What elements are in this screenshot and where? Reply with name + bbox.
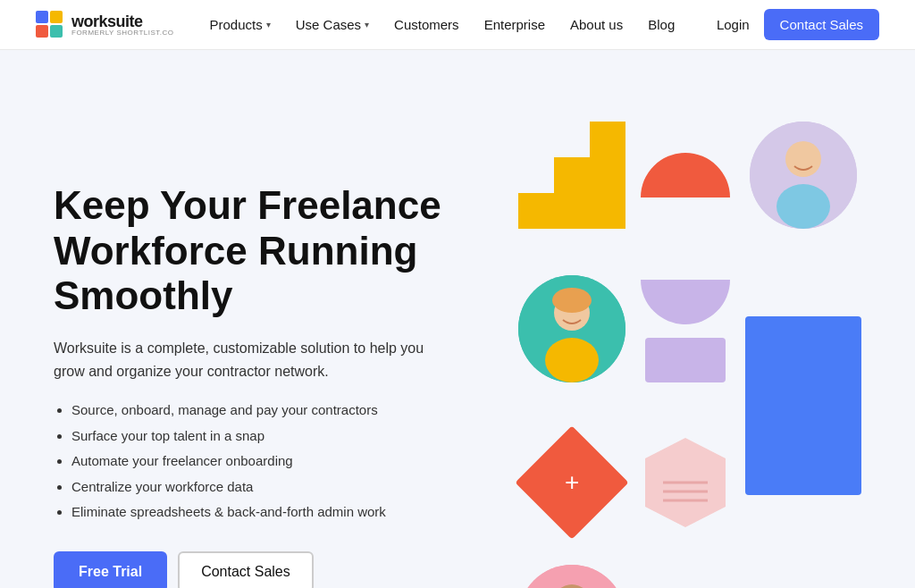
shape-cell-avatar-boy: [518, 565, 625, 588]
login-button[interactable]: Login: [717, 17, 750, 32]
svg-point-12: [552, 288, 592, 313]
hero-description: Worksuite is a complete, customizable so…: [54, 337, 429, 382]
chevron-down-icon: ▾: [365, 20, 369, 29]
avatar-boy: [518, 565, 625, 588]
shape-cell-stair: [518, 122, 625, 229]
nav-item-blog[interactable]: Blog: [648, 17, 675, 32]
avatar-woman-svg: [518, 275, 625, 382]
contact-sales-nav-button[interactable]: Contact Sales: [764, 9, 879, 40]
shape-cell-avatar-man: [745, 122, 861, 229]
list-item: Automate your freelancer onboarding: [71, 451, 483, 472]
plus-icon: +: [565, 470, 579, 495]
shape-cell-hexagon: [636, 433, 735, 532]
hero-title: Keep Your Freelance Workforce Running Sm…: [54, 183, 483, 319]
shape-cell-semicircle-top: [636, 148, 735, 202]
nav-item-enterprise[interactable]: Enterprise: [484, 17, 545, 32]
list-item: Eliminate spreadsheets & back-and-forth …: [71, 502, 483, 523]
free-trial-button[interactable]: Free Trial: [54, 551, 167, 588]
shape-cell-diamond: +: [518, 442, 625, 523]
nav-item-customers[interactable]: Customers: [394, 17, 459, 32]
hexagon-shape: [636, 433, 735, 532]
svg-point-13: [545, 338, 599, 382]
hero-visual: +: [483, 104, 861, 588]
purple-rect: [645, 338, 726, 382]
svg-rect-6: [518, 193, 625, 229]
stair-shape: [518, 122, 625, 229]
logo-sub-text: formerly shortlist.co: [71, 29, 174, 37]
svg-rect-4: [590, 122, 625, 157]
svg-rect-3: [50, 25, 63, 38]
chevron-down-icon: ▾: [266, 20, 271, 29]
svg-rect-5: [554, 157, 625, 193]
svg-rect-1: [50, 11, 63, 23]
avatar-boy-svg: [518, 565, 625, 588]
nav-links: Products ▾ Use Cases ▾ Customers Enterpr…: [210, 17, 717, 32]
logo-icon: [36, 11, 64, 39]
nav-label-customers: Customers: [394, 17, 459, 32]
nav-right: Login Contact Sales: [717, 9, 879, 40]
hero-buttons: Free Trial Contact Sales: [54, 551, 483, 588]
avatar-man-svg: [750, 122, 857, 229]
nav-item-products[interactable]: Products ▾: [210, 17, 271, 32]
nav-label-blog: Blog: [648, 17, 675, 32]
svg-rect-0: [36, 11, 48, 23]
nav-label-enterprise: Enterprise: [484, 17, 545, 32]
svg-rect-2: [36, 25, 48, 38]
shape-cell-blue-rect: [745, 316, 861, 495]
avatar-woman: [518, 275, 625, 382]
logo[interactable]: worksuite formerly shortlist.co: [36, 11, 174, 39]
nav-label-products: Products: [210, 17, 263, 32]
diamond-shape: +: [515, 425, 628, 539]
svg-point-8: [785, 141, 821, 177]
svg-point-9: [776, 184, 830, 229]
hero-section: Keep Your Freelance Workforce Running Sm…: [0, 50, 915, 588]
nav-item-usecases[interactable]: Use Cases ▾: [296, 17, 369, 32]
list-item: Source, onboard, manage and pay your con…: [71, 400, 483, 421]
logo-text: worksuite formerly shortlist.co: [71, 13, 174, 37]
nav-label-usecases: Use Cases: [296, 17, 361, 32]
hero-bullets: Source, onboard, manage and pay your con…: [54, 400, 483, 523]
navbar: worksuite formerly shortlist.co Products…: [0, 0, 915, 50]
avatar-man: [750, 122, 857, 229]
nav-label-aboutus: About us: [570, 17, 623, 32]
list-item: Surface your top talent in a snap: [71, 426, 483, 447]
semicircle-top-shape: [636, 148, 735, 202]
half-circle-purple: [636, 275, 735, 329]
blue-rect-shape: [745, 316, 861, 495]
nav-item-aboutus[interactable]: About us: [570, 17, 623, 32]
contact-sales-hero-button[interactable]: Contact Sales: [178, 551, 314, 588]
hero-left: Keep Your Freelance Workforce Running Sm…: [54, 183, 483, 588]
list-item: Centralize your workforce data: [71, 477, 483, 498]
shape-cell-avatar-woman: [518, 275, 625, 382]
shape-cell-purple-shapes: [636, 275, 735, 382]
logo-main-text: worksuite: [71, 13, 174, 29]
